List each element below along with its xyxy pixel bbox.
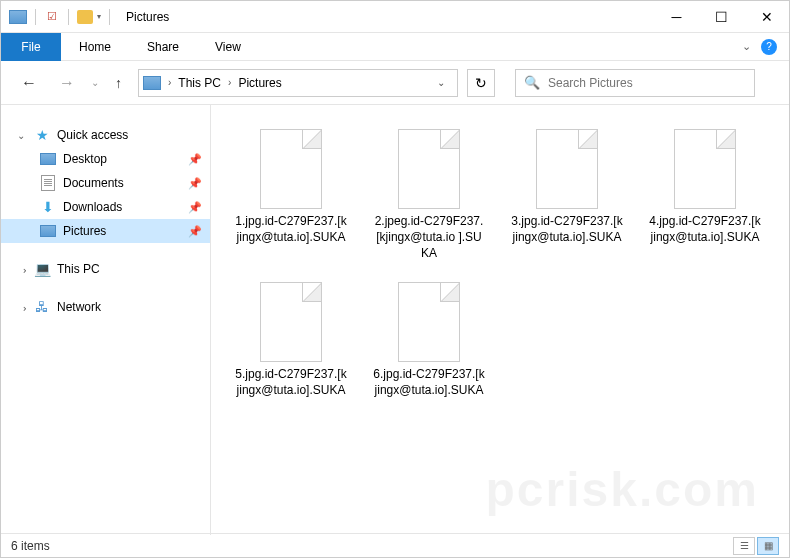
qat-dropdown-icon[interactable]: ▾ xyxy=(97,12,101,21)
chevron-right-icon[interactable]: ⌄ xyxy=(17,302,28,312)
chevron-right-icon[interactable]: ⌄ xyxy=(17,264,28,274)
tab-home[interactable]: Home xyxy=(61,33,129,61)
help-icon[interactable]: ? xyxy=(761,39,777,55)
back-button[interactable]: ← xyxy=(15,70,43,96)
file-icon xyxy=(536,129,598,209)
forward-button[interactable]: → xyxy=(53,70,81,96)
nav-label: Pictures xyxy=(63,224,106,238)
search-input[interactable] xyxy=(548,76,746,90)
desktop-icon xyxy=(40,153,56,165)
title-bar: ☑ ▾ Pictures ─ ☐ ✕ xyxy=(1,1,789,33)
close-button[interactable]: ✕ xyxy=(744,1,789,33)
search-icon: 🔍 xyxy=(524,75,540,90)
file-item[interactable]: 5.jpg.id-C279F237.[kjingx@tuta.io].SUKA xyxy=(235,282,347,398)
nav-label: Network xyxy=(57,300,101,314)
nav-label: This PC xyxy=(57,262,100,276)
file-icon xyxy=(260,282,322,362)
breadcrumb-pictures[interactable]: Pictures xyxy=(238,76,281,90)
app-icon xyxy=(9,10,27,24)
file-name: 5.jpg.id-C279F237.[kjingx@tuta.io].SUKA xyxy=(235,366,347,398)
file-name: 4.jpg.id-C279F237.[kjingx@tuta.io].SUKA xyxy=(649,213,761,245)
file-list[interactable]: 1.jpg.id-C279F237.[kjingx@tuta.io].SUKA2… xyxy=(211,105,789,535)
file-name: 6.jpg.id-C279F237.[kjingx@tuta.io].SUKA xyxy=(373,366,485,398)
file-item[interactable]: 1.jpg.id-C279F237.[kjingx@tuta.io].SUKA xyxy=(235,129,347,262)
nav-quick-access[interactable]: ⌄ ★ Quick access xyxy=(1,123,210,147)
minimize-button[interactable]: ─ xyxy=(654,1,699,33)
location-icon xyxy=(143,76,161,90)
qat-folder-icon[interactable] xyxy=(77,10,93,24)
file-icon xyxy=(398,282,460,362)
refresh-button[interactable]: ↻ xyxy=(467,69,495,97)
star-icon: ★ xyxy=(33,127,51,143)
pictures-icon xyxy=(40,225,56,237)
file-icon xyxy=(398,129,460,209)
status-bar: 6 items ☰ ▦ xyxy=(1,533,789,557)
ribbon-collapse-icon[interactable]: ⌄ xyxy=(742,40,751,53)
maximize-button[interactable]: ☐ xyxy=(699,1,744,33)
file-name: 1.jpg.id-C279F237.[kjingx@tuta.io].SUKA xyxy=(235,213,347,245)
chevron-right-icon[interactable]: › xyxy=(165,77,174,88)
search-box[interactable]: 🔍 xyxy=(515,69,755,97)
nav-documents[interactable]: Documents 📌 xyxy=(1,171,210,195)
item-count: 6 items xyxy=(11,539,50,553)
file-item[interactable]: 4.jpg.id-C279F237.[kjingx@tuta.io].SUKA xyxy=(649,129,761,262)
chevron-down-icon[interactable]: ⌄ xyxy=(17,130,27,141)
details-view-button[interactable]: ☰ xyxy=(733,537,755,555)
pin-icon: 📌 xyxy=(188,177,202,190)
window-title: Pictures xyxy=(126,10,169,24)
history-dropdown-icon[interactable]: ⌄ xyxy=(91,77,99,88)
file-item[interactable]: 3.jpg.id-C279F237.[kjingx@tuta.io].SUKA xyxy=(511,129,623,262)
up-button[interactable]: ↑ xyxy=(109,75,128,91)
pin-icon: 📌 xyxy=(188,225,202,238)
chevron-right-icon[interactable]: › xyxy=(225,77,234,88)
ribbon: File Home Share View ⌄ ? xyxy=(1,33,789,61)
file-menu[interactable]: File xyxy=(1,33,61,61)
file-item[interactable]: 6.jpg.id-C279F237.[kjingx@tuta.io].SUKA xyxy=(373,282,485,398)
nav-label: Quick access xyxy=(57,128,128,142)
nav-label: Documents xyxy=(63,176,124,190)
nav-pictures[interactable]: Pictures 📌 xyxy=(1,219,210,243)
documents-icon xyxy=(41,175,55,191)
icons-view-button[interactable]: ▦ xyxy=(757,537,779,555)
pin-icon: 📌 xyxy=(188,153,202,166)
tab-share[interactable]: Share xyxy=(129,33,197,61)
nav-downloads[interactable]: ⬇ Downloads 📌 xyxy=(1,195,210,219)
nav-this-pc[interactable]: ⌄ 💻 This PC xyxy=(1,257,210,281)
tab-view[interactable]: View xyxy=(197,33,259,61)
file-name: 3.jpg.id-C279F237.[kjingx@tuta.io].SUKA xyxy=(511,213,623,245)
nav-desktop[interactable]: Desktop 📌 xyxy=(1,147,210,171)
navigation-pane: ⌄ ★ Quick access Desktop 📌 Documents 📌 ⬇… xyxy=(1,105,211,535)
qat-properties-icon[interactable]: ☑ xyxy=(44,9,60,25)
breadcrumb-dropdown-icon[interactable]: ⌄ xyxy=(429,77,453,88)
downloads-icon: ⬇ xyxy=(39,199,57,215)
nav-label: Desktop xyxy=(63,152,107,166)
file-icon xyxy=(260,129,322,209)
file-icon xyxy=(674,129,736,209)
address-bar: ← → ⌄ ↑ › This PC › Pictures ⌄ ↻ 🔍 xyxy=(1,61,789,105)
network-icon: 🖧 xyxy=(33,299,51,315)
nav-network[interactable]: ⌄ 🖧 Network xyxy=(1,295,210,319)
nav-label: Downloads xyxy=(63,200,122,214)
breadcrumb[interactable]: › This PC › Pictures ⌄ xyxy=(138,69,458,97)
file-name: 2.jpeg.id-C279F237.[kjingx@tuta.io ].SUK… xyxy=(373,213,485,262)
pc-icon: 💻 xyxy=(33,261,51,277)
breadcrumb-thispc[interactable]: This PC xyxy=(178,76,221,90)
pin-icon: 📌 xyxy=(188,201,202,214)
file-item[interactable]: 2.jpeg.id-C279F237.[kjingx@tuta.io ].SUK… xyxy=(373,129,485,262)
